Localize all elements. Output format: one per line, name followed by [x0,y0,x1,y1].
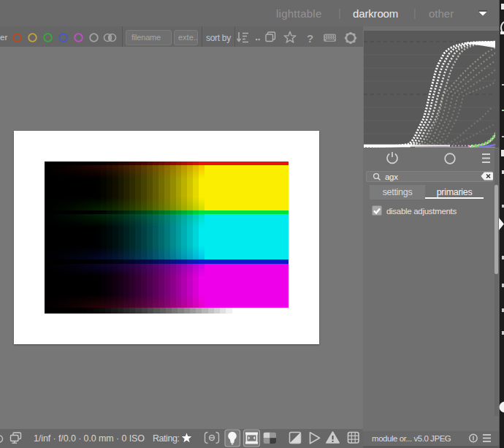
svg-text:Rating:: Rating: [153,433,179,444]
svg-text:?: ? [307,32,313,45]
svg-text:1/inf · f/0.0 · 0.0 mm · 0 ISO: 1/inf · f/0.0 · 0.0 mm · 0 ISO [34,433,145,444]
